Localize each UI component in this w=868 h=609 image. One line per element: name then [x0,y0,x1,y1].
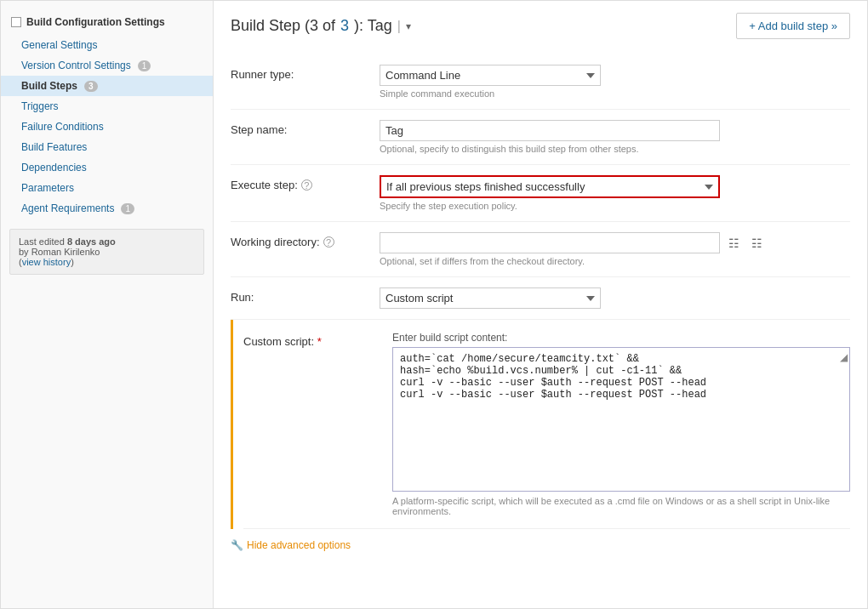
script-textarea-wrapper: auth=`cat /home/secure/teamcity.txt` && … [392,347,850,492]
title-divider: | [397,19,401,34]
last-edited-time: 8 days ago [67,236,116,247]
scrollbar-resize-icon: ◢ [840,351,848,363]
step-name-label: Step name: [231,120,380,136]
sidebar-item-triggers[interactable]: Triggers [1,96,213,117]
execute-step-row: Execute step: ? If all previous steps fi… [231,165,850,222]
runner-type-field: Command Line Maven Gradle Ant Simple com… [380,65,850,99]
last-edited-by: by Roman Kirilenko [19,247,100,257]
working-dir-tree-icon[interactable]: ☷ [748,235,766,252]
custom-script-label: Custom script: * [243,332,392,516]
execute-step-label: Execute step: ? [231,175,380,191]
enter-script-label: Enter build script content: [392,332,850,344]
working-directory-input[interactable] [380,232,720,253]
view-history-link[interactable]: view history [22,257,71,267]
sidebar-item-failure-conditions[interactable]: Failure Conditions [1,117,213,137]
sidebar-section-title: Build Configuration Settings [1,9,213,35]
run-label: Run: [231,287,380,304]
runner-type-row: Runner type: Command Line Maven Gradle A… [231,54,850,110]
page-header: Build Step (3 of 3): Tag | ▾ + Add build… [231,13,850,39]
wrench-icon: 🔧 [231,539,243,551]
sidebar-item-label: Dependencies [21,162,87,174]
execute-step-help-icon[interactable]: ? [301,179,312,191]
step-name-field: Optional, specify to distinguish this bu… [380,120,850,154]
script-hint: A platform-specific script, which will b… [392,496,850,516]
run-row: Run: Custom script Executable with param… [231,277,850,320]
title-suffix: ): Tag [354,17,392,35]
working-directory-field: ☷ ☷ Optional, set if differs from the ch… [380,232,850,266]
working-dir-browse-icon[interactable]: ☷ [725,235,743,252]
custom-script-section: Custom script: * Enter build script cont… [243,320,850,529]
sidebar-item-label: Parameters [21,182,74,194]
custom-script-field: Enter build script content: auth=`cat /h… [392,332,850,516]
step-name-hint: Optional, specify to distinguish this bu… [380,144,850,154]
working-directory-row: Working directory: ? ☷ ☷ Optional, set i… [231,222,850,277]
working-directory-label: Working directory: ? [231,232,380,248]
execute-step-field: If all previous steps finished successfu… [380,175,850,211]
sidebar-section-label: Build Configuration Settings [26,16,165,28]
badge: 1 [138,60,151,71]
working-directory-hint: Optional, set if differs from the checko… [380,256,850,266]
sidebar-item-version-control-settings[interactable]: Version Control Settings 1 [1,55,213,76]
runner-type-label: Runner type: [231,65,380,81]
title-prefix: Build Step (3 of [231,17,335,35]
execute-step-select[interactable]: If all previous steps finished successfu… [380,175,720,198]
custom-script-container: Custom script: * Enter build script cont… [231,320,850,529]
required-star: * [317,335,322,348]
sidebar-item-build-features[interactable]: Build Features [1,137,213,157]
sidebar-item-build-steps[interactable]: Build Steps 3 [1,76,213,96]
sidebar-item-dependencies[interactable]: Dependencies [1,157,213,178]
sidebar-item-label: Build Features [21,141,87,153]
sidebar: Build Configuration Settings General Set… [1,1,214,608]
step-name-input[interactable] [380,120,720,141]
sidebar-item-label: Triggers [21,100,59,112]
checkbox-icon [11,17,21,27]
run-select[interactable]: Custom script Executable with parameters [380,287,601,309]
run-field: Custom script Executable with parameters [380,287,850,309]
add-build-step-label: + Add build step » [749,20,837,32]
sidebar-item-label: Version Control Settings [21,60,131,71]
page-title: Build Step (3 of 3): Tag | ▾ [231,17,411,35]
add-build-step-button[interactable]: + Add build step » [736,13,850,39]
sidebar-item-general-settings[interactable]: General Settings [1,35,213,55]
sidebar-item-label: Build Steps [21,80,77,92]
badge: 1 [121,203,134,214]
last-edited-prefix: Last edited [19,236,65,247]
hide-advanced-options-link[interactable]: 🔧 Hide advanced options [231,529,850,551]
script-textarea[interactable]: auth=`cat /home/secure/teamcity.txt` && … [393,348,849,488]
runner-type-hint: Simple command execution [380,88,850,99]
step-name-row: Step name: Optional, specify to distingu… [231,110,850,165]
sidebar-item-parameters[interactable]: Parameters [1,178,213,198]
sidebar-item-label: General Settings [21,39,97,51]
execute-step-hint: Specify the step execution policy. [380,201,850,211]
last-edited-box: Last edited 8 days ago by Roman Kirilenk… [9,229,204,275]
sidebar-item-label: Failure Conditions [21,121,104,133]
runner-type-select[interactable]: Command Line Maven Gradle Ant [380,65,601,86]
badge: 3 [84,81,98,92]
main-content: Build Step (3 of 3): Tag | ▾ + Add build… [214,1,867,608]
working-dir-row: ☷ ☷ [380,232,850,253]
sidebar-item-agent-requirements[interactable]: Agent Requirements 1 [1,198,213,219]
working-directory-help-icon[interactable]: ? [323,236,334,248]
title-step-link[interactable]: 3 [340,17,349,35]
title-dropdown-icon[interactable]: ▾ [406,20,411,32]
sidebar-item-label: Agent Requirements [21,202,114,214]
